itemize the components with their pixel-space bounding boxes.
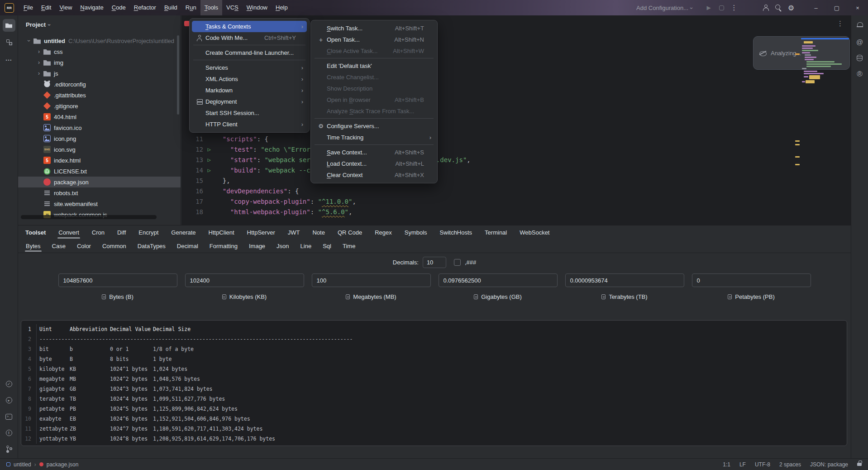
- menubar-item[interactable]: Tools: [200, 0, 222, 15]
- project-panel-header[interactable]: Project: [18, 15, 181, 34]
- tree-item[interactable]: site.webmanifest: [18, 198, 181, 209]
- tree-item[interactable]: robots.txt: [18, 187, 181, 198]
- close-button[interactable]: ×: [847, 0, 868, 15]
- converter-input[interactable]: [58, 273, 177, 287]
- tree-item[interactable]: .gitattributes: [18, 90, 181, 101]
- convert-subtab[interactable]: Json: [277, 240, 289, 253]
- menu-item[interactable]: Create Changelist...: [313, 72, 435, 83]
- ai-assistant-button[interactable]: @: [854, 35, 866, 48]
- tree-item[interactable]: 404.html: [18, 111, 181, 122]
- menu-item[interactable]: Close Active Task... Alt+Shift+W: [313, 45, 435, 57]
- toolset-tab[interactable]: Terminal: [485, 225, 507, 240]
- rust-tool-button[interactable]: ®: [854, 68, 866, 81]
- terminal-tool-button[interactable]: >_: [3, 410, 15, 423]
- menu-item[interactable]: Configure Servers...: [313, 120, 435, 132]
- settings-button[interactable]: ⚙: [785, 1, 797, 14]
- menubar-item[interactable]: Help: [272, 0, 292, 15]
- menu-item[interactable]: Show Description: [313, 83, 435, 94]
- run-configuration-selector[interactable]: Add Configuration...: [636, 5, 692, 11]
- toolset-tab[interactable]: Generate: [171, 225, 196, 240]
- statusbar-widget[interactable]: UTF-8: [755, 461, 770, 468]
- tree-item[interactable]: favicon.ico: [18, 122, 181, 133]
- structure-tool-button[interactable]: [3, 35, 15, 48]
- tree-item[interactable]: js: [18, 68, 181, 79]
- copy-icon[interactable]: [222, 294, 226, 299]
- menu-item[interactable]: Deployment: [192, 96, 307, 107]
- menubar-item[interactable]: Code: [108, 0, 130, 15]
- toolset-tab[interactable]: Convert: [58, 225, 79, 240]
- menu-item[interactable]: Switch Task... Alt+Shift+T: [313, 23, 435, 34]
- units-reference-table[interactable]: 1 Uint Abbreviation Decimal Value Decima…: [21, 320, 847, 446]
- converter-input[interactable]: [565, 273, 684, 287]
- toolset-tab[interactable]: QR Code: [338, 225, 362, 240]
- menu-item[interactable]: Markdown: [192, 85, 307, 96]
- menu-item[interactable]: Open in Browser Alt+Shift+B: [313, 94, 435, 106]
- breadcrumb-file[interactable]: package.json: [47, 461, 79, 468]
- toolset-tab[interactable]: HttpServer: [247, 225, 275, 240]
- tree-item[interactable]: icon.png: [18, 133, 181, 144]
- thousands-separator-checkbox[interactable]: [454, 259, 461, 266]
- menubar-item[interactable]: Refactor: [130, 0, 160, 15]
- project-tool-button[interactable]: [3, 19, 15, 32]
- minimize-button[interactable]: –: [806, 0, 826, 15]
- statusbar-widget[interactable]: 2 spaces: [779, 461, 801, 468]
- project-vertical-scrollbar[interactable]: [177, 35, 179, 115]
- menu-item[interactable]: XML Actions: [192, 73, 307, 85]
- tree-item[interactable]: index.html: [18, 155, 181, 166]
- toolset-tab[interactable]: Diff: [117, 225, 126, 240]
- run-options-button[interactable]: [715, 1, 728, 14]
- menu-item[interactable]: Tasks & Contexts: [192, 21, 307, 32]
- tab-options-icon[interactable]: ⋮: [837, 19, 844, 28]
- database-tool-button[interactable]: [854, 52, 866, 64]
- tree-item[interactable]: LICENSE.txt: [18, 166, 181, 177]
- run-tool-button[interactable]: ▸: [3, 394, 15, 407]
- copy-icon[interactable]: [474, 294, 478, 299]
- tree-chevron-icon[interactable]: [25, 38, 33, 44]
- tree-chevron-icon[interactable]: [35, 70, 43, 77]
- tree-chevron-icon[interactable]: [35, 48, 43, 55]
- convert-subtab[interactable]: Line: [300, 240, 312, 253]
- menu-item[interactable]: Analyze Stack Trace From Task...: [313, 106, 435, 117]
- toolset-tab[interactable]: Regex: [375, 225, 392, 240]
- tree-item[interactable]: untitled C:\Users\User\RustroverProjects…: [18, 35, 181, 46]
- convert-subtab[interactable]: Time: [343, 240, 355, 253]
- run-gutter-icon[interactable]: ▷: [203, 155, 215, 165]
- code-minimap[interactable]: [801, 38, 850, 83]
- tree-item[interactable]: .editorconfig: [18, 79, 181, 90]
- convert-subtab[interactable]: Image: [249, 240, 265, 253]
- editor-error-stripe[interactable]: [795, 0, 800, 225]
- toolset-tab[interactable]: HttpClient: [209, 225, 234, 240]
- tree-item[interactable]: icon.svg: [18, 144, 181, 155]
- toolset-title[interactable]: Toolset: [25, 229, 46, 236]
- menu-item[interactable]: Time Tracking: [313, 132, 435, 143]
- toolset-tab[interactable]: Note: [312, 225, 324, 240]
- notifications-button[interactable]: [854, 19, 866, 32]
- tree-item[interactable]: img: [18, 57, 181, 68]
- toolset-tab[interactable]: SwitchHosts: [440, 225, 472, 240]
- statusbar-widget[interactable]: JSON: package: [810, 461, 848, 468]
- tree-item[interactable]: .gitignore: [18, 101, 181, 111]
- writable-lock-icon[interactable]: [857, 463, 862, 466]
- menubar-item[interactable]: Build: [160, 0, 181, 15]
- menu-item[interactable]: Edit 'Default task': [313, 60, 435, 72]
- converter-input[interactable]: [312, 273, 431, 287]
- convert-subtab[interactable]: Common: [102, 240, 126, 253]
- menu-item[interactable]: Load Context... Alt+Shift+L: [313, 158, 435, 169]
- menu-item[interactable]: Code With Me... Ctrl+Shift+Y: [192, 32, 307, 43]
- copy-icon[interactable]: [728, 294, 732, 299]
- converter-input[interactable]: [692, 273, 811, 287]
- decimals-input[interactable]: [423, 257, 446, 268]
- converter-input[interactable]: [185, 273, 304, 287]
- menubar-item[interactable]: VCS: [222, 0, 243, 15]
- menu-item[interactable]: HTTP Client: [192, 119, 307, 130]
- code-with-me-button[interactable]: [759, 1, 772, 14]
- menubar-item[interactable]: Run: [181, 0, 200, 15]
- run-gutter-icon[interactable]: ▷: [203, 144, 215, 155]
- copy-icon[interactable]: [346, 294, 350, 299]
- copy-icon[interactable]: [601, 294, 606, 299]
- more-tool-windows-button[interactable]: …: [3, 52, 15, 64]
- menubar-item[interactable]: Edit: [37, 0, 55, 15]
- menu-item[interactable]: Save Context... Alt+Shift+S: [313, 147, 435, 158]
- menu-item[interactable]: Services: [192, 62, 307, 73]
- more-actions-button[interactable]: ⋮: [728, 1, 740, 14]
